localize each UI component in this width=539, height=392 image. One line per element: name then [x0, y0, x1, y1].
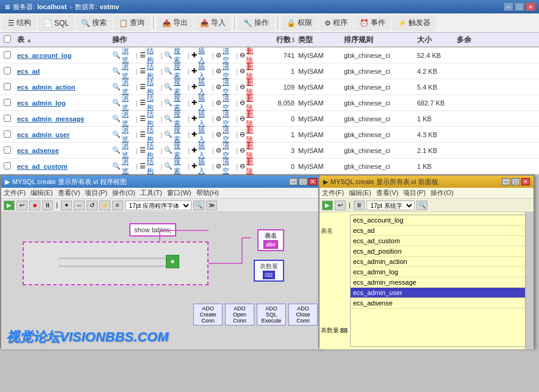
row-checkbox-0[interactable] — [0, 51, 15, 60]
vi-menu-view-2[interactable]: 查看(V) — [376, 188, 399, 198]
rows-header[interactable]: 行数 ℹ — [259, 35, 298, 45]
vi-tool1-btn[interactable]: ✦ — [61, 201, 72, 210]
search-link-7[interactable]: 搜索 — [174, 157, 186, 175]
vi-menu-file-1[interactable]: 文件(F) — [4, 188, 26, 198]
table-name-link-0[interactable]: ecs_account_log — [17, 52, 71, 59]
vi-minimize-2[interactable]: ─ — [502, 178, 510, 185]
vi-menu-help-1[interactable]: 帮助(H) — [196, 188, 219, 198]
vi-table-row[interactable]: ecs_admin_action — [351, 257, 530, 267]
table-name-link-3[interactable]: ecs_admin_log — [17, 99, 65, 107]
row-checkbox-4[interactable] — [0, 115, 15, 123]
vi-font-select-2[interactable]: 17pt 系统字 — [366, 201, 415, 210]
vi-table-row[interactable]: ecs_ad_custom — [351, 236, 530, 246]
sep1: » — [69, 3, 73, 10]
table-name-link-2[interactable]: ecs_admin_action — [17, 84, 75, 91]
vi-title-2: MYSQL create 显示所有表.vi 前面板 — [330, 177, 438, 187]
vi-tool4-btn[interactable]: ⚡ — [99, 201, 110, 210]
vi-pause-btn[interactable]: ⏸ — [42, 201, 53, 210]
vi-controls-1: ─ □ ✕ — [289, 178, 317, 185]
maximize-btn[interactable]: □ — [515, 2, 524, 11]
vi-pause-btn-2[interactable]: ⏸ — [354, 201, 365, 210]
vi-stop-btn[interactable]: ■ — [29, 201, 40, 210]
vi-menu-tools-1[interactable]: 工具(T) — [140, 188, 162, 198]
query-btn[interactable]: 📋 查询 — [113, 15, 150, 31]
row-checkbox-1[interactable] — [0, 67, 15, 76]
vi-table-row[interactable]: ecs_admin_message — [351, 277, 530, 288]
minimize-btn[interactable]: ─ — [504, 2, 513, 11]
vi-font-select-1[interactable]: 17pt 应用程序字体 — [125, 201, 191, 210]
events-btn[interactable]: ⏰ 事件 — [354, 15, 391, 31]
import-btn[interactable]: 📥 导入 — [195, 15, 231, 31]
vi-menu-project-2[interactable]: 项目(P) — [403, 188, 426, 198]
vi-menu-file-2[interactable]: 文件(F) — [322, 188, 344, 198]
browse-link-7[interactable]: 浏览 — [122, 157, 134, 175]
delete-link-7[interactable]: 删除 — [246, 157, 259, 175]
vi-menu-project-1[interactable]: 项目(P) — [85, 188, 107, 198]
check-all-header[interactable] — [0, 35, 15, 45]
vi-tool5-btn[interactable]: ≡ — [112, 201, 123, 210]
structure-btn[interactable]: ☰ 结构 — [2, 15, 37, 31]
vi-toolbar-1: ▶ ↩ ■ ⏸ | ✦ ↔ ↺ ⚡ ≡ 17pt 应用程序字体 🔍 ≫ — [1, 199, 321, 212]
vi-menu-view-1[interactable]: 查看(V) — [58, 188, 80, 198]
triggers-btn[interactable]: ⚡ 触发器 — [392, 15, 436, 31]
empty-link-7[interactable]: 清空 — [223, 157, 235, 175]
vi-more-btn[interactable]: ≫ — [206, 201, 217, 210]
vi-table-row[interactable]: ecs_adsense — [351, 298, 530, 308]
vi-icon-1: ▶ — [5, 178, 10, 186]
vi-table-row[interactable]: ecs_ad — [351, 226, 530, 236]
vi-tool2-btn[interactable]: ↔ — [74, 201, 85, 210]
ado-create-conn: ADOCreateConn — [193, 304, 223, 326]
vi-menu-operate-1[interactable]: 操作(O) — [112, 188, 135, 198]
vi-close-1[interactable]: ✕ — [309, 178, 317, 185]
search-btn[interactable]: 🔍 搜索 — [76, 15, 112, 31]
title-controls: ─ □ ✕ — [504, 2, 535, 11]
table-name-link-5[interactable]: ecs_admin_user — [17, 131, 70, 138]
action-header: 操作 — [112, 35, 259, 45]
row-checkbox-2[interactable] — [0, 83, 15, 91]
vi-scrollbar-2[interactable] — [525, 212, 534, 349]
show-tables-label: show tables; — [129, 223, 176, 237]
vi-search-btn-2[interactable]: 🔍 — [416, 201, 427, 210]
vi-menu-operate-2[interactable]: 操作(O) — [430, 188, 454, 198]
privileges-btn[interactable]: 🔒 权限 — [281, 15, 318, 31]
vi-table-row[interactable]: ecs_admin_log — [351, 267, 530, 277]
structure-link-7[interactable]: 结构 — [147, 157, 159, 175]
close-btn[interactable]: ✕ — [526, 2, 535, 11]
vi-menu-edit-1[interactable]: 编辑(E) — [30, 188, 53, 198]
table-row: ecs_ad 🔍浏览 | ☰结构 | 🔍搜索 | ✚插入 | ⊘清空 | ⊖删除… — [0, 63, 539, 79]
sql-btn[interactable]: 📄 SQL — [38, 15, 74, 31]
vi-maximize-2[interactable]: □ — [512, 178, 520, 185]
vi-menubar-2: 文件(F) 编辑(E) 查看(V) 项目(P) 操作(O) — [319, 188, 534, 199]
table-name-link-7[interactable]: ecs_ad_custom — [17, 163, 68, 170]
table-name-link-6[interactable]: ecs_adsense — [17, 147, 59, 154]
collation-header: 排序规则 — [344, 35, 417, 45]
check-all-checkbox[interactable] — [4, 35, 11, 43]
row-checkbox-5[interactable] — [0, 130, 15, 139]
table-name-link-4[interactable]: ecs_admin_message — [17, 115, 84, 123]
row-checkbox-7[interactable] — [0, 162, 15, 171]
vi-menu-edit-2[interactable]: 编辑(E) — [349, 188, 371, 198]
toolbar-sep1 — [153, 17, 154, 29]
vi-table-row[interactable]: ecs_account_log — [351, 215, 530, 226]
vi-table-row[interactable]: ecs_admin_user — [351, 288, 530, 298]
routines-btn[interactable]: ⚙ 程序 — [319, 15, 353, 31]
vi-menu-window-1[interactable]: 窗口(W) — [167, 188, 191, 198]
vi-maximize-1[interactable]: □ — [299, 178, 307, 185]
vi-run-btn-2[interactable]: ▶ — [322, 201, 333, 210]
vi-zoom-btn[interactable]: 🔍 — [193, 201, 204, 210]
name-header[interactable]: 表 ▲ — [15, 35, 112, 45]
export-btn[interactable]: 📤 导出 — [157, 15, 193, 31]
operate-btn[interactable]: 🔧 操作 — [238, 15, 274, 31]
vi-tool3-btn[interactable]: ↺ — [87, 201, 98, 210]
vi-back-btn[interactable]: ↩ — [16, 201, 27, 210]
row-checkbox-6[interactable] — [0, 146, 15, 155]
vi-minimize-1[interactable]: ─ — [289, 178, 298, 185]
insert-link-7[interactable]: 插入 — [198, 157, 210, 175]
row-checkbox-3[interactable] — [0, 99, 15, 107]
vi-back-btn-2[interactable]: ↩ — [335, 201, 346, 210]
table-name-link-1[interactable]: ecs_ad — [17, 68, 40, 75]
vi-table-row[interactable]: ecs_ad_position — [351, 246, 530, 257]
vi-run-btn[interactable]: ▶ — [4, 201, 15, 210]
vi-close-2[interactable]: ✕ — [521, 178, 530, 185]
table-row: ecs_admin_message 🔍浏览 | ☰结构 | 🔍搜索 | ✚插入 … — [0, 111, 539, 127]
